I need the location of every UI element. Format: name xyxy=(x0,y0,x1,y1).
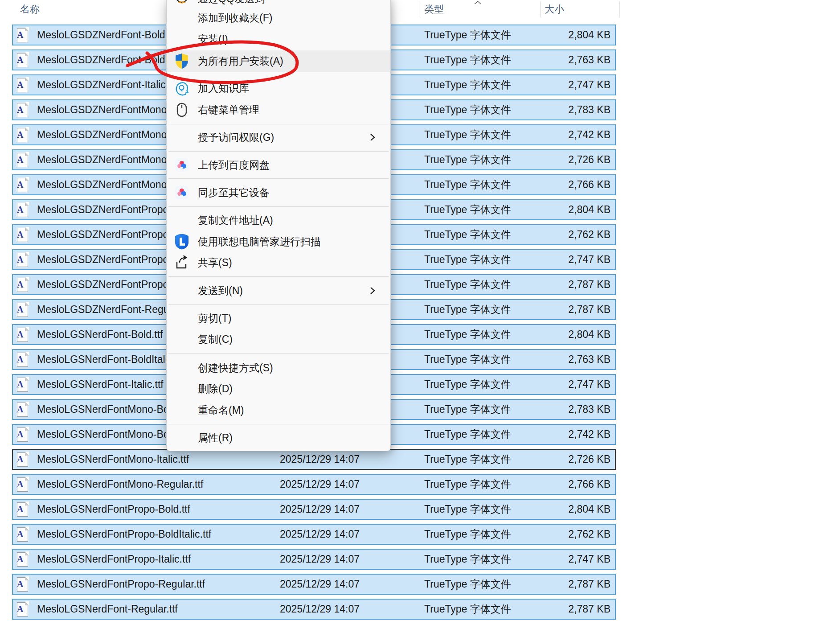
file-name: MesloLGSNerdFont-BoldItalic.ttf xyxy=(37,350,184,369)
menu-item-label: 共享(S) xyxy=(198,252,232,273)
menu-item-label: 复制文件地址(A) xyxy=(198,210,273,231)
menu-item-8[interactable]: 上传到百度网盘 xyxy=(167,154,390,176)
menu-item-label: 授予访问权限(G) xyxy=(198,127,274,148)
file-type: TrueType 字体文件 xyxy=(424,275,511,294)
file-name: MesloLGSDZNerdFont-Bold.ttf xyxy=(37,25,176,45)
header-divider[interactable] xyxy=(619,1,620,17)
file-size: 2,804 KB xyxy=(568,25,611,45)
menu-item-19[interactable]: 属性(R) xyxy=(167,427,390,448)
ttf-file-icon: A xyxy=(16,602,29,617)
file-type: TrueType 字体文件 xyxy=(424,575,511,594)
menu-item-12[interactable]: 共享(S) xyxy=(167,252,390,273)
menu-item-17[interactable]: 删除(D) xyxy=(167,378,390,399)
file-date-modified: 2025/12/29 14:07 xyxy=(280,525,360,544)
ttf-file-icon: A xyxy=(16,277,29,292)
file-type: TrueType 字体文件 xyxy=(424,325,511,344)
file-size: 2,747 KB xyxy=(568,375,611,394)
file-size: 2,763 KB xyxy=(568,350,611,369)
file-type: TrueType 字体文件 xyxy=(424,475,511,494)
menu-item-11[interactable]: 使用联想电脑管家进行扫描 xyxy=(167,231,390,252)
header-divider[interactable] xyxy=(540,1,541,17)
file-size: 2,747 KB xyxy=(568,75,611,95)
column-header-name[interactable]: 名称 xyxy=(20,0,40,19)
file-size: 2,783 KB xyxy=(568,400,611,419)
file-size: 2,726 KB xyxy=(568,150,611,169)
menu-separator xyxy=(168,276,389,277)
menu-item-10[interactable]: 复制文件地址(A) xyxy=(167,210,390,231)
knowledge-base-icon xyxy=(174,80,190,96)
file-size: 2,787 KB xyxy=(568,575,611,594)
ttf-file-icon: A xyxy=(16,127,29,142)
file-row[interactable]: AMesloLGSNerdFont-Regular.ttf2025/12/29 … xyxy=(12,599,616,620)
file-type: TrueType 字体文件 xyxy=(424,225,511,244)
file-name: MesloLGSNerdFont-Italic.ttf xyxy=(37,375,164,394)
file-type: TrueType 字体文件 xyxy=(424,75,511,95)
menu-item-label: 发送到(N) xyxy=(198,280,243,301)
ttf-file-icon: A xyxy=(16,302,29,317)
file-type: TrueType 字体文件 xyxy=(424,450,511,469)
file-type: TrueType 字体文件 xyxy=(424,600,511,619)
file-name: MesloLGSNerdFontMono-Regular.ttf xyxy=(37,475,203,494)
menu-item-label: 属性(R) xyxy=(198,427,233,448)
menu-item-label: 删除(D) xyxy=(198,378,233,399)
file-name: MesloLGSNerdFont-Bold.ttf xyxy=(37,325,163,344)
file-size: 2,787 KB xyxy=(568,275,611,294)
file-row[interactable]: AMesloLGSNerdFontPropo-BoldItalic.ttf202… xyxy=(12,524,616,545)
menu-item-label: 同步至其它设备 xyxy=(198,182,270,203)
ttf-file-icon: A xyxy=(16,78,29,92)
explorer-file-list-screen: 名称 类型 大小 AMesloLGSDZNerdFont-Bold.ttf202… xyxy=(0,0,840,625)
file-type: TrueType 字体文件 xyxy=(424,300,511,319)
baidu-netdisk-icon xyxy=(174,157,190,173)
menu-item-3[interactable]: 安装(I) xyxy=(167,29,390,50)
file-size: 2,783 KB xyxy=(568,100,611,119)
file-size: 2,804 KB xyxy=(568,200,611,219)
menu-separator xyxy=(168,304,389,305)
file-size: 2,747 KB xyxy=(568,250,611,269)
menu-item-4[interactable]: 为所有用户安装(A) xyxy=(167,50,390,72)
menu-item-14[interactable]: 剪切(T) xyxy=(167,308,390,329)
menu-separator xyxy=(168,353,389,354)
file-size: 2,804 KB xyxy=(568,500,611,519)
header-divider[interactable] xyxy=(419,1,419,17)
file-size: 2,787 KB xyxy=(568,600,611,619)
menu-item-18[interactable]: 重命名(M) xyxy=(167,399,390,421)
menu-item-9[interactable]: 同步至其它设备 xyxy=(167,182,390,203)
menu-item-2[interactable]: 添加到收藏夹(F) xyxy=(167,7,390,29)
file-row[interactable]: AMesloLGSNerdFontPropo-Italic.ttf2025/12… xyxy=(12,549,616,570)
file-type: TrueType 字体文件 xyxy=(424,525,511,544)
menu-item-6[interactable]: 右键菜单管理 xyxy=(167,99,390,120)
ttf-file-icon: A xyxy=(16,202,29,217)
menu-item-label: 为所有用户安装(A) xyxy=(198,50,283,72)
ttf-file-icon: A xyxy=(16,452,29,467)
file-date-modified: 2025/12/29 14:07 xyxy=(280,450,360,469)
file-type: TrueType 字体文件 xyxy=(424,100,511,119)
file-size: 2,742 KB xyxy=(568,425,611,444)
menu-item-label: 上传到百度网盘 xyxy=(198,154,270,176)
file-size: 2,747 KB xyxy=(568,550,611,569)
file-name: MesloLGSNerdFontPropo-Regular.ttf xyxy=(37,575,205,594)
file-row[interactable]: AMesloLGSNerdFontMono-Regular.ttf2025/12… xyxy=(12,474,616,495)
column-header-type[interactable]: 类型 xyxy=(424,0,444,19)
column-header-size[interactable]: 大小 xyxy=(545,0,564,19)
ttf-file-icon: A xyxy=(16,28,29,42)
menu-item-5[interactable]: 加入知识库 xyxy=(167,78,390,99)
menu-separator xyxy=(168,124,389,124)
menu-item-16[interactable]: 创建快捷方式(S) xyxy=(167,357,390,378)
menu-separator xyxy=(168,206,389,207)
file-size: 2,742 KB xyxy=(568,125,611,144)
menu-item-13[interactable]: 发送到(N) xyxy=(167,280,390,301)
menu-item-7[interactable]: 授予访问权限(G) xyxy=(167,127,390,148)
file-row[interactable]: AMesloLGSNerdFontMono-Italic.ttf2025/12/… xyxy=(12,449,616,470)
file-date-modified: 2025/12/29 14:07 xyxy=(280,575,360,594)
ttf-file-icon: A xyxy=(16,552,29,567)
file-row[interactable]: AMesloLGSNerdFontPropo-Bold.ttf2025/12/2… xyxy=(12,499,616,520)
menu-item-15[interactable]: 复制(C) xyxy=(167,329,390,350)
file-type: TrueType 字体文件 xyxy=(424,400,511,419)
file-name: MesloLGSNerdFontPropo-BoldItalic.ttf xyxy=(37,525,211,544)
file-row[interactable]: AMesloLGSNerdFontPropo-Regular.ttf2025/1… xyxy=(12,574,616,595)
submenu-arrow-icon xyxy=(370,287,375,295)
ttf-file-icon: A xyxy=(16,103,29,117)
file-name: MesloLGSNerdFont-Regular.ttf xyxy=(37,600,178,619)
file-size: 2,766 KB xyxy=(568,475,611,494)
menu-item-label: 创建快捷方式(S) xyxy=(198,357,273,378)
